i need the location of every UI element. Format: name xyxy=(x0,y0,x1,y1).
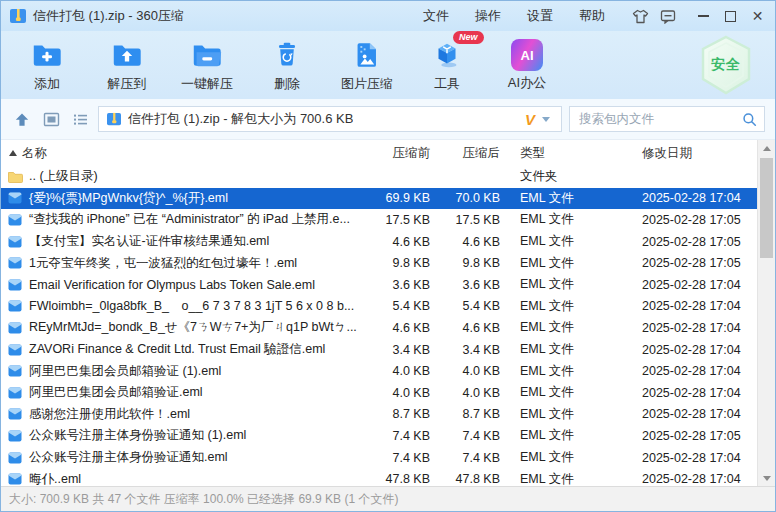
scroll-down-button[interactable] xyxy=(758,470,775,486)
eml-file-icon xyxy=(7,190,23,206)
vertical-scrollbar[interactable] xyxy=(757,140,775,486)
modified-date: 2025-02-28 17:05 xyxy=(640,213,757,227)
modified-date: 2025-02-28 17:05 xyxy=(640,429,757,443)
eml-file-icon xyxy=(7,450,23,466)
table-row[interactable]: 晦仆..eml 47.8 KB 47.8 KB EML 文件 2025-02-2… xyxy=(1,468,757,486)
one-click-extract-button[interactable]: 一键解压 xyxy=(167,38,247,93)
table-row[interactable]: FWloimbh=_0lga8bfk_B_ o__6 7 3 7 8 3 1jT… xyxy=(1,296,757,318)
table-row[interactable]: 感谢您注册使用此软件！.eml 8.7 KB 8.7 KB EML 文件 202… xyxy=(1,404,757,426)
path-bar: 信件打包 (1).zip - 解包大小为 700.6 KB V xyxy=(1,99,775,140)
delete-button[interactable]: 删除 xyxy=(247,38,327,93)
folder-add-icon xyxy=(30,38,64,72)
image-compress-icon xyxy=(350,38,384,72)
extract-to-button[interactable]: 解压到 xyxy=(87,38,167,93)
table-row[interactable]: “查找我的 iPhone” 已在 “Administrator” 的 iPad … xyxy=(1,209,757,231)
skin-button[interactable] xyxy=(626,5,654,27)
eml-file-icon xyxy=(7,320,23,336)
feedback-button[interactable] xyxy=(654,5,682,27)
table-header: 名称 压缩前 压缩后 类型 修改日期 xyxy=(1,140,757,166)
tools-button[interactable]: New 工具 xyxy=(407,38,487,93)
header-size-after[interactable]: 压缩后 xyxy=(438,145,508,162)
file-type: EML 文件 xyxy=(508,449,640,466)
toolbar-label: 解压到 xyxy=(108,75,147,93)
shield-label: 安全 xyxy=(711,56,741,74)
menu-help[interactable]: 帮助 xyxy=(566,3,618,29)
file-name: 1元夺宝年终奖，屯一波猛烈的红包过壕年！.eml xyxy=(29,255,297,272)
vip-dropdown-button[interactable]: V xyxy=(521,111,554,128)
thumbnail-view-button[interactable] xyxy=(40,108,62,130)
file-table: 名称 压缩前 压缩后 类型 修改日期 .. (上级目录) 文件夹 {爱}%{票}… xyxy=(1,140,775,486)
table-row[interactable]: 公众账号注册主体身份验证通知 (1).eml 7.4 KB 7.4 KB EML… xyxy=(1,425,757,447)
header-size-before[interactable]: 压缩前 xyxy=(358,145,438,162)
list-view-button[interactable] xyxy=(69,108,91,130)
search-box xyxy=(569,106,765,132)
header-type[interactable]: 类型 xyxy=(508,145,640,162)
table-row[interactable]: ZAVORi Finance & Credit Ltd. Trust Email… xyxy=(1,339,757,361)
ai-icon: AI xyxy=(511,39,543,71)
ai-office-button[interactable]: AI AI办公 xyxy=(487,38,567,92)
file-name: FWloimbh=_0lga8bfk_B_ o__6 7 3 7 8 3 1jT… xyxy=(29,298,354,315)
new-badge: New xyxy=(453,31,484,45)
table-row[interactable]: Email Verification for Olympus Labs Toke… xyxy=(1,274,757,296)
file-type: EML 文件 xyxy=(508,341,640,358)
size-after: 9.8 KB xyxy=(438,256,508,270)
menu-file[interactable]: 文件 xyxy=(410,3,462,29)
eml-file-icon xyxy=(7,406,23,422)
minimize-button[interactable] xyxy=(690,4,717,28)
file-type: 文件夹 xyxy=(508,168,640,185)
size-after: 4.0 KB xyxy=(438,386,508,400)
table-row[interactable]: {爱}%{票}MPgWnkv{贷}^_%{开}.eml 69.9 KB 70.0… xyxy=(1,188,757,210)
table-row[interactable]: REyMrMtJd=_bondk_B_せ《7ㄋWㄘ7+为厂ㄐq1P bWtㄅ..… xyxy=(1,317,757,339)
size-before: 69.9 KB xyxy=(358,191,438,205)
menu-settings[interactable]: 设置 xyxy=(514,3,566,29)
file-name: 晦仆..eml xyxy=(29,471,81,486)
folder-oneclick-icon xyxy=(190,38,224,72)
file-type: EML 文件 xyxy=(508,363,640,380)
app-archive-icon xyxy=(9,8,27,24)
file-name: 公众账号注册主体身份验证通知.eml xyxy=(29,449,228,466)
file-type: EML 文件 xyxy=(508,427,640,444)
table-row[interactable]: .. (上级目录) 文件夹 xyxy=(1,166,757,188)
close-button[interactable]: ✕ xyxy=(744,4,771,28)
toolbar-label: 图片压缩 xyxy=(341,75,393,93)
toolbar-label: 添加 xyxy=(34,75,60,93)
maximize-button[interactable] xyxy=(717,4,744,28)
file-type: EML 文件 xyxy=(508,319,640,336)
scroll-up-button[interactable] xyxy=(758,140,775,156)
up-arrow-icon xyxy=(14,112,30,127)
menu-operation[interactable]: 操作 xyxy=(462,3,514,29)
header-name[interactable]: 名称 xyxy=(1,145,358,162)
up-directory-button[interactable] xyxy=(11,108,33,130)
archive-icon xyxy=(106,112,122,126)
size-after: 3.4 KB xyxy=(438,343,508,357)
eml-file-icon xyxy=(7,212,23,228)
security-shield-badge[interactable]: 安全 xyxy=(697,34,755,96)
status-bar: 大小: 700.9 KB 共 47 个文件 压缩率 100.0% 已经选择 69… xyxy=(1,486,775,511)
eml-file-icon xyxy=(7,255,23,271)
address-bar[interactable]: 信件打包 (1).zip - 解包大小为 700.6 KB V xyxy=(98,106,562,132)
image-compress-button[interactable]: 图片压缩 xyxy=(327,38,407,93)
size-before: 4.6 KB xyxy=(358,321,438,335)
folder-extract-icon xyxy=(110,38,144,72)
size-after: 17.5 KB xyxy=(438,213,508,227)
table-row[interactable]: 【支付宝】实名认证-证件审核结果通知.eml 4.6 KB 4.6 KB EML… xyxy=(1,231,757,253)
thumbnail-view-icon xyxy=(43,112,60,127)
file-type: EML 文件 xyxy=(508,471,640,486)
table-row[interactable]: 阿里巴巴集团会员邮箱验证.eml 4.0 KB 4.0 KB EML 文件 20… xyxy=(1,382,757,404)
modified-date: 2025-02-28 17:04 xyxy=(640,299,757,313)
modified-date: 2025-02-28 17:04 xyxy=(640,191,757,205)
file-type: EML 文件 xyxy=(508,276,640,293)
minimize-icon xyxy=(698,15,709,17)
table-row[interactable]: 1元夺宝年终奖，屯一波猛烈的红包过壕年！.eml 9.8 KB 9.8 KB E… xyxy=(1,252,757,274)
search-input[interactable] xyxy=(577,111,742,127)
file-name: 阿里巴巴集团会员邮箱验证 (1).eml xyxy=(29,363,221,380)
table-row[interactable]: 阿里巴巴集团会员邮箱验证 (1).eml 4.0 KB 4.0 KB EML 文… xyxy=(1,360,757,382)
header-modified-date[interactable]: 修改日期 xyxy=(640,145,757,162)
table-row[interactable]: 公众账号注册主体身份验证通知.eml 7.4 KB 7.4 KB EML 文件 … xyxy=(1,447,757,469)
size-after: 7.4 KB xyxy=(438,451,508,465)
eml-file-icon xyxy=(7,277,23,293)
file-name: 阿里巴巴集团会员邮箱验证.eml xyxy=(29,384,203,401)
scrollbar-thumb[interactable] xyxy=(760,158,773,258)
chevron-down-icon xyxy=(542,117,550,122)
add-button[interactable]: 添加 xyxy=(7,38,87,93)
